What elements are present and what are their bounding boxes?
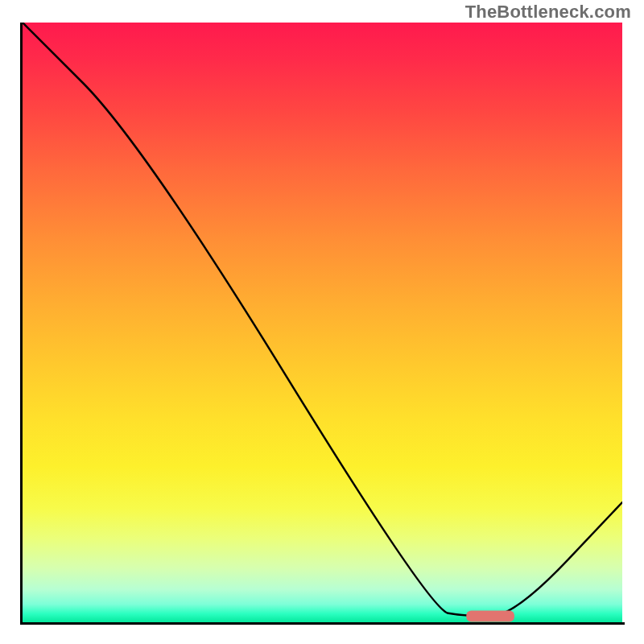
watermark-text: TheBottleneck.com: [465, 2, 631, 23]
x-axis-line: [20, 622, 625, 625]
optimal-range-marker: [23, 23, 622, 622]
plot-area: [23, 23, 622, 622]
chart-container: TheBottleneck.com: [0, 0, 644, 644]
svg-rect-0: [466, 611, 514, 622]
